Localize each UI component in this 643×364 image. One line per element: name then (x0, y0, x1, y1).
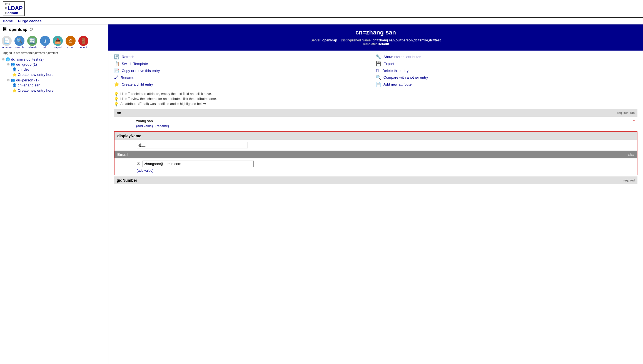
create-star-icon-group: ⭐ (12, 73, 17, 77)
create-person-label[interactable]: ⭐ Create new entry here (12, 88, 106, 93)
hint-bullet-2: 💡 (114, 97, 119, 101)
displayname-input[interactable] (137, 142, 248, 148)
cn-add-value-link[interactable]: (add value) (136, 124, 153, 128)
tree-ougroup-label[interactable]: ⊟ 👥 ou=group (1) (7, 62, 106, 67)
dn-value: cn=zhang san,ou=person,dc=smile,dc=test (373, 38, 441, 42)
hint-text-3: An attribute (Email) was modified and is… (120, 102, 206, 106)
switch-template-action[interactable]: 📋 Switch Template (114, 60, 376, 67)
cndev-text[interactable]: cn=dev (18, 67, 29, 71)
server-name: openldap (9, 27, 28, 32)
refresh-action-icon: 🔄 (114, 54, 119, 59)
attr-cn-header: cn required, rdn (114, 109, 637, 117)
export-action-label: Export (383, 62, 394, 66)
expand-icon-person: ⊟ (7, 79, 9, 82)
attr-cn-section: cn required, rdn zhang san (add value) (… (114, 109, 637, 130)
delete-icon: 🗑 (376, 68, 380, 73)
attr-gidnumber-section: gidNumber required (114, 176, 637, 184)
copy-move-icon: 📑 (114, 68, 119, 73)
delete-action[interactable]: 🗑 Delete this entry (376, 67, 637, 74)
tree: ⊟ 🌐 dc=smile,dc=test (2) ⊟ 👥 ou=group (1… (2, 57, 106, 94)
copy-move-action[interactable]: 📑 Copy or move this entry (114, 67, 376, 74)
attr-cn-name: cn (117, 111, 121, 115)
export-label: export (67, 46, 74, 49)
tree-root-item: ⊟ 🌐 dc=smile,dc=test (2) ⊟ 👥 ou=group (1… (2, 57, 106, 94)
sidebar: 🖥 openldap ⏱ 📄 schema 🔍 search 🔄 refresh… (0, 24, 108, 364)
create-group-label[interactable]: ⭐ Create new entry here (12, 72, 106, 77)
tree-ouperson-label[interactable]: ⊟ 👥 ou=person (1) (7, 78, 106, 83)
export-action[interactable]: 💾 Export (376, 60, 637, 67)
person-icon-dev: 👤 (12, 67, 17, 71)
logout-icon: 🚪 (78, 36, 88, 46)
person-subtree: 👤 cn=zhang san ⭐ Create new entry here (12, 83, 106, 93)
show-internal-action[interactable]: 🔧 Show internal attributes (376, 53, 637, 60)
compare-action[interactable]: 🔍 Compare with another entry (376, 74, 637, 81)
group-subtree: 👤 cn=dev ⭐ Create new entry here (12, 67, 106, 77)
email-add-value-link[interactable]: (add value) (137, 169, 153, 173)
copy-move-label: Copy or move this entry (122, 69, 160, 73)
tree-group-subtree: ⊟ 👥 ou=group (1) 👤 cn=dev (7, 62, 106, 78)
tree-ouperson-text[interactable]: ou=person (1) (16, 78, 39, 82)
person-group-icon: 👥 (11, 78, 15, 82)
admin-label: admin (8, 11, 18, 15)
import-link[interactable]: 📥 import (53, 36, 63, 49)
attr-email-links: (add value) (137, 169, 634, 173)
export-icon: 🖨 (66, 36, 76, 46)
globe-icon: 🌐 (6, 57, 10, 61)
tree-root-text[interactable]: dc=smile,dc=test (2) (11, 57, 44, 61)
info-label: info (43, 46, 47, 49)
attr-gidnumber-name: gidNumber (117, 178, 137, 183)
delete-label: Delete this entry (382, 69, 408, 73)
import-label: import (54, 46, 62, 49)
refresh-link[interactable]: 🔄 refresh (27, 36, 37, 49)
tree-root-label[interactable]: ⊟ 🌐 dc=smile,dc=test (2) (2, 57, 106, 62)
app-header: php ⊞ LDAP ⊞ admin (0, 0, 643, 18)
sidebar-header: 🖥 openldap ⏱ (2, 26, 106, 33)
cn-rename-link[interactable]: (rename) (155, 124, 169, 128)
attr-email-body: ✉ (add value) (114, 158, 637, 175)
rename-icon: 🖊 (114, 75, 118, 80)
plus-icon: ⊞ (5, 7, 7, 10)
cndev-label[interactable]: 👤 cn=dev (12, 67, 106, 72)
search-link[interactable]: 🔍 search (14, 36, 24, 49)
template-value: Default (378, 42, 389, 46)
purge-caches-link[interactable]: Purge caches (18, 19, 42, 23)
group-folder-icon: 👥 (11, 62, 15, 66)
attr-cn-value-area: zhang san (add value) (rename) (136, 119, 171, 128)
hint-bullet-1: 💡 (114, 92, 119, 96)
tree-ougroup-item: ⊟ 👥 ou=group (1) 👤 cn=dev (7, 62, 106, 78)
add-attr-icon: 📄 (376, 82, 381, 87)
export-action-icon: 💾 (376, 61, 381, 66)
refresh-icon: 🔄 (27, 36, 37, 46)
switch-template-label: Switch Template (122, 62, 148, 66)
nav-separator: | (16, 19, 18, 23)
logout-label: logout (79, 46, 87, 49)
schema-link[interactable]: 📄 schema (2, 36, 12, 49)
schema-icon: 📄 (2, 36, 12, 46)
email-input[interactable] (143, 161, 254, 167)
compare-icon: 🔍 (376, 75, 381, 80)
tree-ouperson-item: ⊟ 👥 ou=person (1) 👤 cn=zhang san (7, 78, 106, 93)
create-child-action[interactable]: ⭐ Create a child entry (114, 81, 376, 88)
tree-ougroup-text[interactable]: ou=group (1) (16, 62, 37, 66)
rename-action[interactable]: 🖊 Rename (114, 74, 376, 81)
logout-link[interactable]: 🚪 logout (78, 36, 88, 49)
add-attr-action[interactable]: 📄 Add new attribute (376, 81, 637, 88)
hint-1: 💡 Hint: To delete an attribute, empty th… (114, 92, 637, 97)
attr-displayname-section: displayName (114, 132, 637, 151)
highlighted-section: displayName Email alias ✉ (114, 131, 637, 175)
info-link[interactable]: ℹ info (40, 36, 50, 49)
export-link[interactable]: 🖨 export (66, 36, 76, 49)
person-children: 👤 cn=zhang san ⭐ Create new entry here (7, 83, 106, 93)
cnzhangsan-label[interactable]: 👤 cn=zhang san (12, 83, 106, 88)
switch-template-icon: 📋 (114, 61, 119, 66)
attr-email-header: Email alias (114, 151, 637, 158)
home-link[interactable]: Home (3, 19, 13, 23)
create-group-text[interactable]: Create new entry here (18, 73, 54, 77)
show-internal-label: Show internal attributes (383, 55, 421, 59)
actions-panel: 🔄 Refresh 📋 Switch Template 📑 Copy or mo… (108, 51, 643, 91)
tree-children: ⊟ 👥 ou=group (1) 👤 cn=dev (2, 62, 106, 93)
cnzhangsan-text[interactable]: cn=zhang san (18, 83, 40, 87)
refresh-action[interactable]: 🔄 Refresh (114, 53, 376, 60)
refresh-label: refresh (28, 46, 36, 49)
create-person-text[interactable]: Create new entry here (18, 88, 54, 93)
